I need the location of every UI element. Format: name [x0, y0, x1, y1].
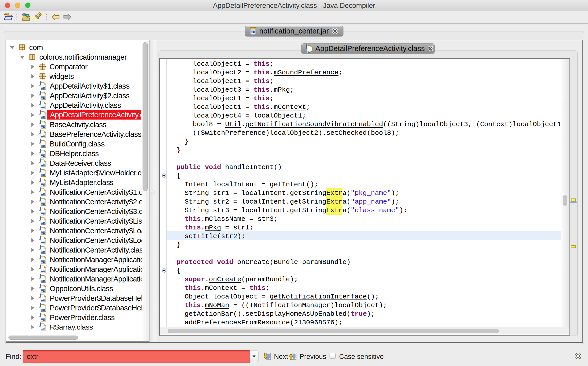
- svg-text:010: 010: [41, 193, 45, 196]
- svg-text:010: 010: [41, 203, 45, 206]
- svg-text:010: 010: [251, 31, 256, 34]
- svg-text:010: 010: [41, 164, 45, 167]
- svg-text:010: 010: [41, 319, 45, 321]
- svg-text:010: 010: [41, 251, 45, 254]
- svg-text:010: 010: [41, 126, 45, 128]
- svg-text:010: 010: [41, 241, 45, 244]
- svg-text:010: 010: [41, 290, 45, 292]
- svg-text:010: 010: [41, 174, 45, 177]
- svg-text:010: 010: [41, 116, 45, 119]
- svg-text:010: 010: [41, 299, 45, 302]
- svg-text:010: 010: [41, 261, 45, 263]
- svg-text:010: 010: [307, 50, 312, 53]
- svg-text:010: 010: [41, 309, 45, 312]
- svg-text:010: 010: [41, 87, 45, 90]
- svg-text:010: 010: [41, 184, 45, 186]
- svg-text:010: 010: [41, 155, 45, 157]
- svg-text:010: 010: [41, 270, 45, 273]
- svg-text:010: 010: [41, 222, 45, 225]
- svg-text:010: 010: [41, 135, 45, 138]
- svg-text:010: 010: [41, 106, 45, 109]
- svg-text:010: 010: [41, 232, 45, 235]
- svg-text:010: 010: [41, 280, 45, 283]
- svg-text:010: 010: [41, 145, 45, 148]
- svg-text:010: 010: [41, 212, 45, 215]
- svg-text:010: 010: [41, 97, 45, 99]
